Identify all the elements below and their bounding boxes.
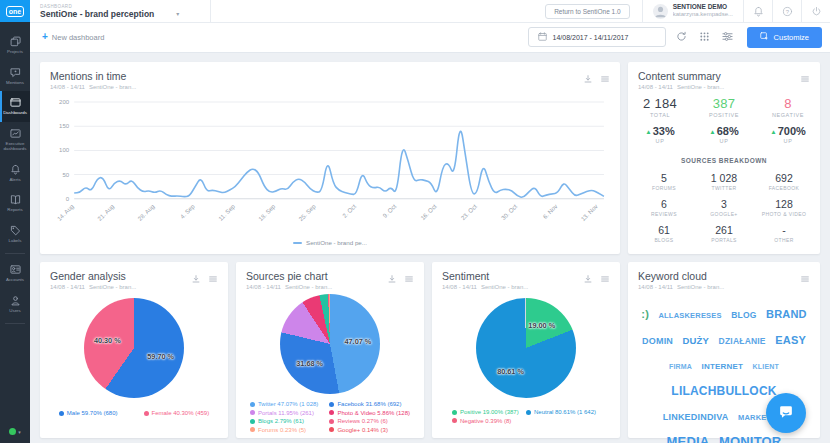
legend-item-photo-video[interactable]: Photo & Video 5.86% (128) <box>329 410 410 416</box>
chat-button[interactable] <box>766 393 806 433</box>
user-email: katarzyna.kempadse... <box>673 11 733 19</box>
keyword-easy[interactable]: EASY <box>775 334 806 346</box>
dashboard-selector[interactable]: Dashboard SentiOne - brand perception ▾ <box>30 0 211 22</box>
dashboard-selector-value: SentiOne - brand perception <box>40 9 154 19</box>
sidebar-item-label: Dashboards <box>3 110 27 116</box>
menu-icon[interactable] <box>600 270 610 288</box>
keyword--[interactable]: :) <box>641 308 649 320</box>
menu-icon[interactable] <box>404 270 414 288</box>
legend-item-forums[interactable]: Forums 0.23% (5) <box>250 427 329 433</box>
legend-dot-icon <box>452 418 457 423</box>
keyword-allaskereses[interactable]: ALLASKERESES <box>658 311 721 320</box>
legend-item-male[interactable]: Male 59.70% (680) <box>59 410 118 416</box>
legend-label: Male 59.70% (680) <box>67 410 118 416</box>
keyword-dzia-anie[interactable]: DZIAŁANIE <box>719 336 766 346</box>
mentions-chart-legend[interactable]: SentiOne - brand pe... <box>40 239 620 246</box>
panel-title: Sources pie chart <box>246 270 332 282</box>
dashboard-content: Mentions in time 14/08 - 14/11SentiOne -… <box>30 52 830 443</box>
keyword-domin[interactable]: DOMIN <box>642 336 673 346</box>
sidebar-item-dashboards[interactable]: Dashboards <box>0 91 30 122</box>
menu-icon[interactable] <box>208 270 218 288</box>
plus-icon: + <box>42 32 48 42</box>
svg-text:16. Oct: 16. Oct <box>420 203 438 221</box>
sidebar-item-projects[interactable]: Projects <box>0 30 30 61</box>
widgets-button[interactable] <box>698 30 712 44</box>
users-icon <box>10 295 21 306</box>
dashboard-toolbar: + New dashboard 14/08/2017 - 14/11/2017 … <box>30 22 830 53</box>
sidebar-item-mentions[interactable]: Mentions <box>0 61 30 92</box>
legend-item-blogs[interactable]: Blogs 2.79% (61) <box>250 418 329 424</box>
breakdown-label: REVIEWS <box>634 211 694 217</box>
legend-item-facebook[interactable]: Facebook 31.68% (692) <box>329 401 410 407</box>
keyword-monitor[interactable]: MONITOR <box>719 434 782 443</box>
breakdown-label: GOOGLE+ <box>694 211 754 217</box>
notifications-button[interactable] <box>743 0 772 22</box>
legend-item-neutral[interactable]: Neutral 80.61% (1 642) <box>526 409 600 415</box>
mentions-line-chart[interactable]: 05010015020014. Aug21. Aug28. Aug4. Sep1… <box>40 92 620 239</box>
keyword-brand[interactable]: BRAND <box>766 308 807 320</box>
logout-button[interactable] <box>801 0 830 22</box>
menu-icon[interactable] <box>600 70 610 88</box>
download-icon[interactable] <box>191 270 201 288</box>
menu-icon[interactable] <box>800 270 810 288</box>
sidebar-item-users[interactable]: Users <box>0 289 30 320</box>
stat-delta: ▲700% <box>756 125 820 137</box>
legend-item-female[interactable]: Female 40.30% (459) <box>144 410 210 416</box>
keyword-du-y[interactable]: DUŻY <box>682 335 709 346</box>
legend-item-google-[interactable]: Google+ 0.14% (3) <box>329 427 410 433</box>
customize-icon <box>760 32 769 43</box>
legend-item-twitter[interactable]: Twitter 47.07% (1 028) <box>250 401 329 407</box>
customize-button[interactable]: Customize <box>747 27 822 48</box>
legend-item-reviews[interactable]: Reviews 0.27% (6) <box>329 418 410 424</box>
return-to-v1-button[interactable]: Return to SentiOne 1.0 <box>545 4 630 19</box>
keyword-lilachbullock[interactable]: LILACHBULLOCK <box>671 384 776 398</box>
keyword-linkedindiva[interactable]: LINKEDINDIVA <box>663 412 729 422</box>
svg-text:23. Oct: 23. Oct <box>460 203 478 221</box>
calendar-icon <box>538 32 547 42</box>
top-bar-right: Return to SentiOne 1.0 SENTIONE DEMO kat… <box>545 0 830 22</box>
series-legend-label: SentiOne - brand pe... <box>306 239 367 246</box>
keyword-blog[interactable]: BLOG <box>731 310 756 320</box>
svg-text:50: 50 <box>62 172 69 178</box>
summary-stat-total: 2 184TOTAL▲33%UP <box>628 96 692 144</box>
filters-button[interactable] <box>721 30 735 44</box>
download-icon[interactable] <box>387 270 397 288</box>
user-menu[interactable]: SENTIONE DEMO katarzyna.kempadse... <box>642 0 743 22</box>
sidebar-item-accounts[interactable]: Accounts <box>0 258 30 289</box>
download-icon[interactable] <box>583 70 593 88</box>
keyword-klient[interactable]: KLIENT <box>753 363 779 370</box>
sidebar-item-reports[interactable]: Reports <box>0 188 30 219</box>
download-icon[interactable] <box>583 270 593 288</box>
date-range-picker[interactable]: 14/08/2017 - 14/11/2017 <box>528 27 666 47</box>
svg-text:100: 100 <box>59 147 70 153</box>
sidebar-item-labels[interactable]: Labels <box>0 219 30 250</box>
legend-label: Reviews 0.27% (6) <box>337 418 387 424</box>
refresh-button[interactable] <box>675 30 689 44</box>
menu-icon[interactable] <box>800 70 810 88</box>
keyword-internet[interactable]: INTERNET <box>702 362 744 371</box>
keyword-media[interactable]: MEDIA <box>667 434 710 443</box>
summary-stats: 2 184TOTAL▲33%UP387POSITIVE▲68%UP8NEGATI… <box>628 96 820 144</box>
gender-analysis-pie[interactable] <box>84 298 184 398</box>
svg-text:9. Oct: 9. Oct <box>382 203 398 219</box>
new-dashboard-button[interactable]: + New dashboard <box>42 32 104 42</box>
sidebar-item-alerts[interactable]: Alerts <box>0 158 30 189</box>
legend-label: Positive 19.00% (387) <box>460 409 519 415</box>
sources-pie-chart-pie[interactable] <box>280 294 380 394</box>
help-button[interactable]: ? <box>772 0 801 22</box>
sidebar: ProjectsMentionsDashboardsExecutive dash… <box>0 22 30 443</box>
sentiment-pie[interactable] <box>476 298 576 398</box>
keyword-firma[interactable]: FIRMA <box>669 363 692 370</box>
legend-item-portals[interactable]: Portals 11.95% (261) <box>250 410 329 416</box>
breakdown-reviews: 6REVIEWS <box>634 198 694 217</box>
stat-value: 2 184 <box>628 96 692 111</box>
panel-sentiment: Sentiment 14/08 - 14/11SentiOne - bran..… <box>432 262 620 438</box>
legend-item-negative[interactable]: Negative 0.39% (8) <box>452 418 526 424</box>
svg-text:21. Aug: 21. Aug <box>96 203 115 222</box>
breakdown-value: 6 <box>634 198 694 210</box>
sidebar-item-executive-dashboards[interactable]: Executive dashboards <box>0 122 30 158</box>
sentione-logo[interactable]: one <box>0 0 30 22</box>
status-indicator[interactable]: ▾ <box>0 428 30 443</box>
stat-value: 387 <box>692 96 756 111</box>
legend-item-positive[interactable]: Positive 19.00% (387) <box>452 409 526 415</box>
